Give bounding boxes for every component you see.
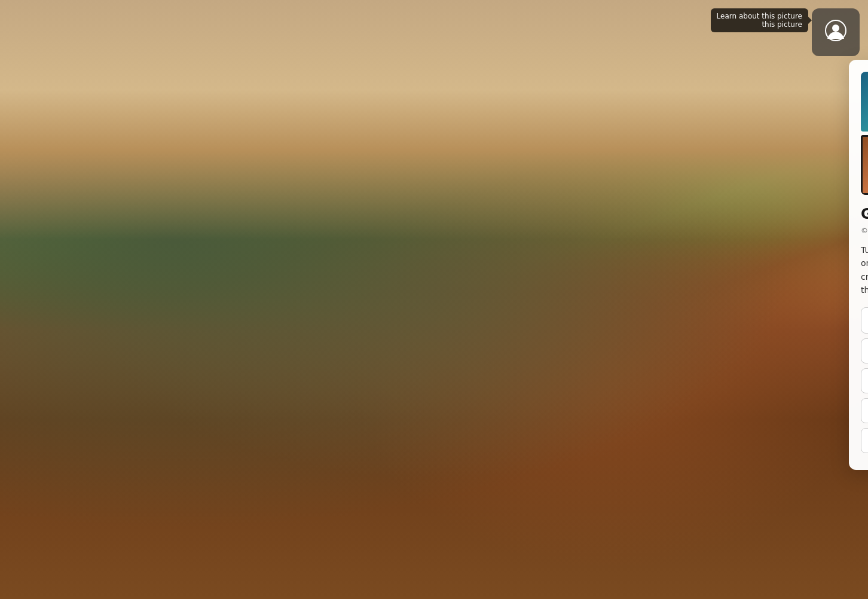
tooltip-line1: Learn about this picture: [717, 12, 802, 20]
learn-tooltip: Learn about this picture this picture: [711, 8, 808, 32]
svg-point-1: [832, 25, 839, 32]
panel-title: Gorgeous gorges: [861, 206, 868, 223]
see-more-photos-button[interactable]: See more photos: [861, 368, 868, 393]
learn-about-picture-button[interactable]: [812, 8, 860, 56]
photo-grid: [861, 72, 868, 195]
learn-more-button[interactable]: Learn more: [861, 307, 868, 334]
info-panel: Gorgeous gorges © Roger Samdal / 500px P…: [849, 60, 868, 470]
explore-big-bend-button[interactable]: Explore Big Bend: [861, 428, 868, 453]
person-circle-icon: [825, 20, 846, 45]
texas-twin-parks-button[interactable]: Texas' twin parks: [861, 398, 868, 423]
photo-thumb-3[interactable]: [861, 135, 868, 195]
photo-thumb-1[interactable]: [861, 72, 868, 132]
background-layer: [0, 0, 868, 599]
panel-description: Tucked in a remote corner of West Texas,…: [861, 243, 868, 297]
tooltip-line2: this picture: [717, 20, 802, 29]
ask-copilot-button[interactable]: Ask Copilot: [861, 338, 868, 363]
panel-credit: © Roger Samdal / 500px Prime / Getty Ima…: [861, 227, 868, 235]
